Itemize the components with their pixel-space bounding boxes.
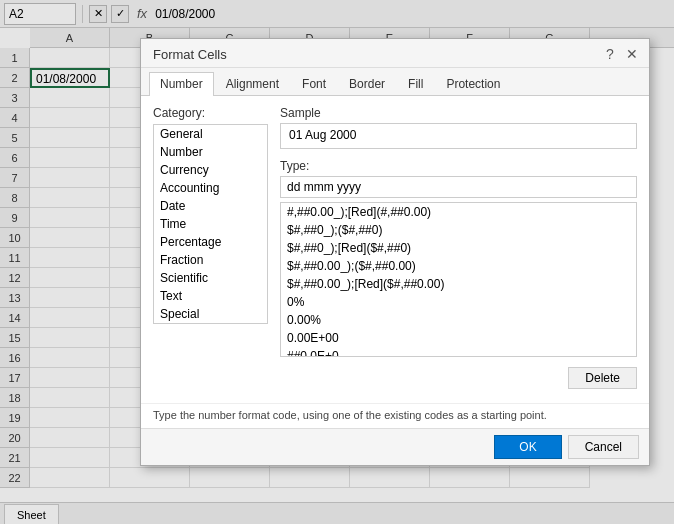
list-item[interactable]: $#,##0_);[Red]($#,##0)	[281, 239, 636, 257]
tab-alignment[interactable]: Alignment	[215, 72, 290, 95]
sample-section: Sample 01 Aug 2000	[280, 106, 637, 149]
tab-number[interactable]: Number	[149, 72, 214, 96]
dialog-title: Format Cells	[153, 47, 227, 62]
tab-protection[interactable]: Protection	[435, 72, 511, 95]
format-cells-dialog: Format Cells ? ✕ Number Alignment Font B…	[140, 38, 650, 466]
type-label: Type:	[280, 159, 637, 173]
dialog-help-btn[interactable]: ?	[601, 45, 619, 63]
list-item[interactable]: 0.00%	[281, 311, 636, 329]
list-item[interactable]: $#,##0_);($#,##0)	[281, 221, 636, 239]
list-item[interactable]: $#,##0.00_);[Red]($#,##0.00)	[281, 275, 636, 293]
type-section: Type: #,##0.00_);[Red](#,##0.00) $#,##0_…	[280, 159, 637, 357]
list-item[interactable]: 0%	[281, 293, 636, 311]
delete-button[interactable]: Delete	[568, 367, 637, 389]
cat-currency[interactable]: Currency	[154, 161, 267, 179]
list-item[interactable]: $#,##0.00_);($#,##0.00)	[281, 257, 636, 275]
dialog-title-actions: ? ✕	[601, 45, 641, 63]
hint-text: Type the number format code, using one o…	[153, 409, 547, 421]
list-item[interactable]: #,##0.00_);[Red](#,##0.00)	[281, 203, 636, 221]
sample-label: Sample	[280, 106, 637, 120]
list-item[interactable]: 0.00E+00	[281, 329, 636, 347]
cat-text[interactable]: Text	[154, 287, 267, 305]
ok-button[interactable]: OK	[494, 435, 561, 459]
tab-bar: Number Alignment Font Border Fill Protec…	[141, 68, 649, 96]
category-section: Category: General Number Currency Accoun…	[153, 106, 268, 393]
tab-font[interactable]: Font	[291, 72, 337, 95]
footer-buttons: OK Cancel	[141, 428, 649, 465]
cat-custom[interactable]: Custom	[154, 323, 267, 324]
cat-date[interactable]: Date	[154, 197, 267, 215]
category-label: Category:	[153, 106, 268, 120]
right-panel: Sample 01 Aug 2000 Type: #,##0.00_);[Red…	[280, 106, 637, 393]
cat-percentage[interactable]: Percentage	[154, 233, 267, 251]
cat-general[interactable]: General	[154, 125, 267, 143]
cat-time[interactable]: Time	[154, 215, 267, 233]
cat-fraction[interactable]: Fraction	[154, 251, 267, 269]
tab-border[interactable]: Border	[338, 72, 396, 95]
type-input[interactable]	[280, 176, 637, 198]
list-item[interactable]: ##0.0E+0	[281, 347, 636, 357]
sample-value: 01 Aug 2000	[280, 123, 637, 149]
tab-fill[interactable]: Fill	[397, 72, 434, 95]
delete-row: Delete	[280, 363, 637, 393]
dialog-title-bar: Format Cells ? ✕	[141, 39, 649, 68]
cat-scientific[interactable]: Scientific	[154, 269, 267, 287]
dialog-close-btn[interactable]: ✕	[623, 45, 641, 63]
cat-special[interactable]: Special	[154, 305, 267, 323]
dialog-body: Category: General Number Currency Accoun…	[141, 96, 649, 403]
cancel-button[interactable]: Cancel	[568, 435, 639, 459]
cat-accounting[interactable]: Accounting	[154, 179, 267, 197]
type-list[interactable]: #,##0.00_);[Red](#,##0.00) $#,##0_);($#,…	[280, 202, 637, 357]
cat-number[interactable]: Number	[154, 143, 267, 161]
footer-hint: Type the number format code, using one o…	[141, 403, 649, 428]
category-list[interactable]: General Number Currency Accounting Date …	[153, 124, 268, 324]
